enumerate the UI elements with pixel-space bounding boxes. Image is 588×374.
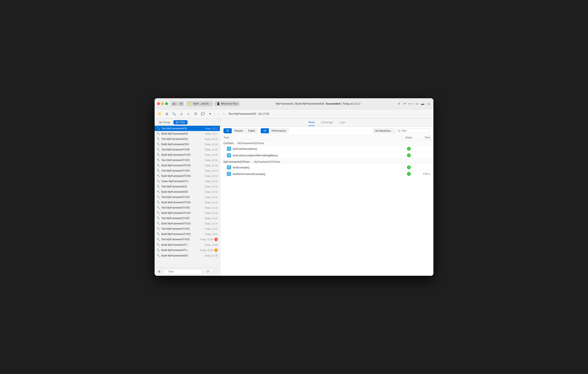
breakpoints-icon[interactable]: ✦ <box>207 111 213 117</box>
sidebar-item[interactable]: 🔧Test MyFrameworkTVOSToday, 22:11 <box>155 194 220 200</box>
sidebar-item[interactable]: 🔧Build MyFrameworkiOSToday, 22:12 <box>155 189 220 194</box>
sidebar-item[interactable]: 🔧Build MyFrameworkiOSToday, 22:17 <box>155 131 220 136</box>
test-group-header[interactable]: CarTests›MyFrameworkiOSTests <box>220 140 433 146</box>
sidebar-item[interactable]: 🔧Build MyFrameworkTVOSToday, 22:01 <box>155 231 220 237</box>
back-icon[interactable]: ⟵ <box>409 101 413 106</box>
test-row[interactable]: TtestCarDescription()✓ <box>220 146 433 152</box>
sidebar-item[interactable]: 🔧Test MyFrameworkOSXToday, 22:16 <box>155 136 220 142</box>
warning-icon[interactable]: ⚠ <box>178 111 184 117</box>
status-project: MyFramework | Build MyFrameworkiOS: <box>276 102 326 105</box>
filter-all2-button[interactable]: All <box>261 128 269 133</box>
sidebar-item-time: Today, 22:10 <box>205 217 218 220</box>
sidebar-item-badge: ✕ <box>214 238 218 241</box>
sidebar-item-time: Today, 22:17 <box>205 132 218 135</box>
hierarchy-icon[interactable]: ⊞ <box>164 111 170 117</box>
minimize-button[interactable] <box>161 102 164 105</box>
folder-icon[interactable]: 📁 <box>157 111 163 117</box>
test-status: ✓ <box>403 147 415 151</box>
sidebar-item[interactable]: 🔧Test MyFrameworkTVOSToday, 22:15 <box>155 157 220 163</box>
tab-tests[interactable]: Tests <box>308 119 315 126</box>
test-row[interactable]: TtestCarDescriptionAfterAddingMiles()✓ <box>220 152 433 159</box>
pass-icon: ✓ <box>407 147 411 151</box>
sidebar-item-time: Today, 22:10 <box>205 212 218 214</box>
diamond-icon[interactable]: ◇ <box>185 111 191 117</box>
sidebar-item[interactable]: 🔧Build MyFrameworkTVOSToday, 22:16 <box>155 152 220 157</box>
tab-logs[interactable]: Logs <box>339 119 345 126</box>
sidebar-item[interactable]: 🔧Test MyFrameworkTVOSToday, 22:16 <box>155 147 220 152</box>
bubble-icon[interactable]: 💬 <box>200 111 206 117</box>
sidebar-item-time: Today, 22:00 <box>200 238 213 241</box>
sidebar-item[interactable]: 🔧Build MyFrameworkTVOSToday, 22:14 <box>155 173 220 179</box>
gear-icon[interactable]: ⚙ <box>156 269 162 275</box>
forward-nav-button[interactable]: › <box>221 112 226 116</box>
sidebar-item[interactable]: 🔧Build MyFrameworkTVOSToday, 22:10 <box>155 210 220 215</box>
filter-performance-button[interactable]: Performance <box>269 128 289 133</box>
col-header-status: Status <box>403 136 415 139</box>
sidebar-item-name: Test MyFrameworkTVOS <box>161 238 199 241</box>
sidebar-tab-by-group[interactable]: By Group <box>157 120 173 124</box>
sidebar-item[interactable]: 🔧Build MyFrameworkTVOSToday, 22:10 <box>155 221 220 226</box>
sidebar-item[interactable]: 🔧Clean MyFrameworkTV...Today, 22:14 <box>155 179 220 184</box>
back-nav-button[interactable]: ‹ <box>217 112 221 116</box>
sidebar-tab-by-time[interactable]: By Time <box>173 120 188 124</box>
status-bar: MyFramework | Build MyFrameworkiOS: Succ… <box>241 102 395 105</box>
sidebar-item[interactable]: 🔧Test MyFrameworkTVOSToday, 22:10 <box>155 205 220 210</box>
test-group-header[interactable]: MyFrameworkiOSTests›MyFrameworkiOSTests <box>220 159 433 164</box>
titlebar: ▶ ■ 📁 MyFr...orkiOS ▸ 📱 iPhone 6s Plus M… <box>155 98 433 109</box>
test-row[interactable]: TtestPerformanceExample()✓0.00 s <box>220 171 433 177</box>
sidebar-item[interactable]: 🔧Build MyFrameworkTVOSToday, 22:11 <box>155 200 220 205</box>
clock-icon[interactable]: ⏱ <box>205 269 211 275</box>
filter-all-button[interactable]: All <box>223 128 232 133</box>
panel-icon[interactable]: ▭ <box>426 101 431 106</box>
group-part2: MyFrameworkiOSTests <box>254 160 280 163</box>
stop-button[interactable]: ■ <box>178 102 184 106</box>
sidebar-item-name: Build MyFrameworkOSX <box>161 143 203 146</box>
sidebar-item[interactable]: 🔧Test MyFrameworkiOSToday, 22:12 <box>155 184 220 189</box>
sidebar-item[interactable]: 🔧Build MyFrameworkTVOSToday, 22:15 <box>155 163 220 168</box>
test-row[interactable]: TtestExample()✓ <box>220 164 433 171</box>
pass-icon: ✓ <box>407 165 411 169</box>
sidebar-item-icon: 🔧 <box>157 153 160 156</box>
sidebar-item[interactable]: 🔧Build MyFrameworkTV...Today, 22:00! <box>155 247 220 253</box>
sidebar-item-name: Test MyFrameworkiOS <box>161 127 203 130</box>
search-icon[interactable]: 🔍 <box>171 111 177 117</box>
main-window: ▶ ■ 📁 MyFr...orkiOS ▸ 📱 iPhone 6s Plus M… <box>155 98 433 276</box>
sidebar-item[interactable]: 🔧Test MyFrameworkiOSToday, 22:17 <box>155 126 220 131</box>
debug-icon[interactable]: ▬ <box>420 101 425 106</box>
sidebar-item[interactable]: 🔧Test MyFrameworkTVOSToday, 22:00✕ <box>155 237 220 242</box>
sidebar-item-name: Build MyFrameworkTVOS <box>161 233 203 235</box>
pass-icon: ✓ <box>407 153 411 157</box>
scheme-chevron-icon: ▸ <box>210 103 211 105</box>
detail-filter-input[interactable] <box>396 128 430 133</box>
sidebar-item-name: Build MyFrameworkTVOS <box>161 174 203 178</box>
sidebar-item-name: Clean MyFrameworkTV... <box>161 180 203 183</box>
close-button[interactable] <box>157 102 160 105</box>
sidebar-item-icon: 🔧 <box>157 185 160 188</box>
sidebar-item[interactable]: 🔧Build MyFrameworkOSXToday, 22:16 <box>155 142 220 147</box>
tests-table: CarTests›MyFrameworkiOSTestsTtestCarDesc… <box>220 140 433 276</box>
sidebar-item-icon: 🔧 <box>157 232 160 235</box>
detail-toolbar: All Passed Failed All Performance Set Ba… <box>220 127 433 135</box>
set-baselines-button[interactable]: Set Baselines... <box>373 128 395 133</box>
assistant-icon[interactable]: ↩ <box>403 101 407 106</box>
run-button[interactable]: ▶ <box>171 102 177 106</box>
sidebar-item[interactable]: 🔧Build MyFrameworkTV...Today, 22:00 <box>155 242 220 247</box>
scheme-selector[interactable]: 📁 MyFr...orkiOS ▸ <box>187 101 213 106</box>
doc-icon[interactable]: 📄 <box>212 269 218 275</box>
sidebar-item-time: Today, 22:16 <box>205 138 218 140</box>
test-name: testCarDescriptionAfterAddingMiles() <box>233 154 403 157</box>
filter-failed-button[interactable]: Failed <box>245 128 258 133</box>
filter-passed-button[interactable]: Passed <box>232 128 245 133</box>
sidebar-item[interactable]: 🔧Build MyFrameworkiOSToday, 21:35 <box>155 253 220 258</box>
sidebar-item[interactable]: 🔧Test MyFrameworkTVOSToday, 22:01 <box>155 226 220 231</box>
editor-icon[interactable]: ≡ <box>397 101 401 106</box>
list-icon[interactable]: ☰ <box>193 111 199 117</box>
tab-coverage[interactable]: Coverage <box>321 119 333 126</box>
inspector-icon[interactable]: ▭ <box>414 101 419 106</box>
sidebar-item[interactable]: 🔧Test MyFrameworkTVOSToday, 22:14 <box>155 168 220 173</box>
sidebar-item[interactable]: 🔧Test MyFrameworkTVOSToday, 22:10 <box>155 215 220 221</box>
test-type-icon: T <box>227 147 231 151</box>
device-selector[interactable]: 📱 iPhone 6s Plus <box>215 101 240 106</box>
sidebar-filter-input[interactable] <box>163 269 202 274</box>
maximize-button[interactable] <box>165 102 168 105</box>
